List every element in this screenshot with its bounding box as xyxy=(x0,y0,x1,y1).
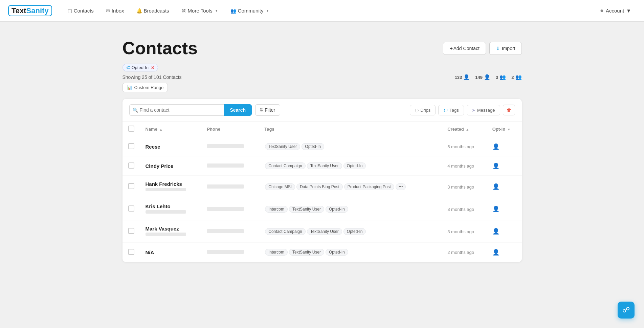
stat-red-count: 3 xyxy=(496,75,498,80)
optin-icon: 👤 xyxy=(492,249,499,256)
message-icon: ➤ xyxy=(472,108,475,113)
stat-gray-icon: 👥 xyxy=(515,74,522,80)
table-row[interactable]: Cindy PriceContact CampaignTextSanity Us… xyxy=(123,156,522,176)
filter-row: 🏷 Opted-In ✖ xyxy=(123,64,522,71)
contact-name: Cindy Price xyxy=(146,163,196,169)
delete-button[interactable]: 🗑 xyxy=(503,105,515,115)
search-button-label: Search xyxy=(230,107,246,113)
tags-button-label: Tags xyxy=(449,108,459,113)
nav-account-label: Account xyxy=(606,8,624,14)
contact-created: 3 months ago xyxy=(447,184,474,190)
page-header: Contacts + Add Contact ⇓ Import xyxy=(123,38,522,58)
table-row[interactable]: ReeseTextSanity UserOpted-In5 months ago… xyxy=(123,137,522,156)
tags-icon: 🏷 xyxy=(443,108,448,113)
nav-more-tools[interactable]: 🛠 More Tools ▼ xyxy=(177,5,223,16)
nav-broadcasts[interactable]: 🔔 Broadcasts xyxy=(132,5,174,16)
stat-green: 133 👤 xyxy=(455,74,470,80)
nav-community-label: Community xyxy=(238,8,264,14)
contacts-nav-icon: ◫ xyxy=(68,8,72,14)
tag-pill: Opted-In xyxy=(326,206,348,213)
logo[interactable]: TextSanity xyxy=(8,6,52,15)
contact-name: Mark Vasquez xyxy=(146,226,196,232)
add-contact-plus-icon: + xyxy=(449,45,452,51)
row-checkbox[interactable] xyxy=(128,228,134,234)
table-row[interactable]: Hank FredricksChicago MSIData Points Blo… xyxy=(123,176,522,198)
optin-icon: 👤 xyxy=(492,144,499,150)
drips-button[interactable]: ◌ Drips xyxy=(410,105,436,115)
row-checkbox[interactable] xyxy=(128,205,134,212)
custom-range-row: 📊 Custom Range xyxy=(123,83,522,92)
stat-gray: 2 👥 xyxy=(511,74,521,80)
tag-pill: Product Packaging Post xyxy=(344,183,394,190)
optin-sort-icon: ▼ xyxy=(507,128,511,131)
tags-button[interactable]: 🏷 Tags xyxy=(438,105,464,115)
select-all-checkbox[interactable] xyxy=(128,126,134,132)
tag-pill: TextSanity User xyxy=(289,249,324,256)
filter-funnel-icon: ⎗ xyxy=(260,107,263,113)
row-checkbox[interactable] xyxy=(128,162,134,169)
inbox-nav-icon: ✉ xyxy=(106,8,110,14)
contact-sub xyxy=(146,210,186,214)
import-button[interactable]: ⇓ Import xyxy=(489,42,522,55)
toolbar-actions: ◌ Drips 🏷 Tags ➤ Message 🗑 xyxy=(410,105,515,115)
col-phone-header[interactable]: Phone xyxy=(201,122,259,137)
nav-contacts-label: Contacts xyxy=(74,8,94,14)
table-row[interactable]: Kris LehtoIntercomTextSanity UserOpted-I… xyxy=(123,198,522,220)
table-row[interactable]: N/AIntercomTextSanity UserOpted-In2 mont… xyxy=(123,243,522,262)
nav-inbox[interactable]: ✉ Inbox xyxy=(101,5,129,16)
col-created-header[interactable]: Created ▲ xyxy=(442,122,487,137)
contact-sub xyxy=(146,233,186,236)
opted-in-badge-close-icon[interactable]: ✖ xyxy=(151,65,154,70)
tag-pill: Opted-In xyxy=(326,249,348,256)
community-nav-icon: 👥 xyxy=(230,8,236,14)
tag-pill: Opted-In xyxy=(343,162,366,169)
row-checkbox[interactable] xyxy=(128,143,134,149)
filter-button[interactable]: ⎗ Filter xyxy=(255,104,280,116)
chat-fab-button[interactable]: ☍ xyxy=(618,302,635,319)
nav-account[interactable]: ● Account ▼ xyxy=(595,4,636,17)
contact-phone xyxy=(207,144,244,148)
account-chevron-icon: ▼ xyxy=(626,8,631,14)
table-row[interactable]: Mark VasquezContact CampaignTextSanity U… xyxy=(123,220,522,243)
search-icon: 🔍 xyxy=(133,108,138,113)
nav-more-tools-label: More Tools xyxy=(188,8,213,14)
more-tools-chevron-icon: ▼ xyxy=(215,9,218,13)
tag-pill: Chicago MSI xyxy=(265,183,295,190)
message-button[interactable]: ➤ Message xyxy=(467,105,500,115)
contact-name: Kris Lehto xyxy=(146,203,196,209)
contact-phone xyxy=(207,207,244,211)
search-button[interactable]: Search xyxy=(224,104,252,116)
message-button-label: Message xyxy=(477,108,495,113)
col-tags-header[interactable]: Tags xyxy=(259,122,442,137)
table-toolbar: 🔍 Search ⎗ Filter ◌ Drips 🏷 Tags xyxy=(123,99,522,122)
nav-community[interactable]: 👥 Community ▼ xyxy=(226,5,274,16)
chat-fab-icon: ☍ xyxy=(622,306,630,314)
row-checkbox[interactable] xyxy=(128,249,134,255)
opted-in-filter-badge[interactable]: 🏷 Opted-In ✖ xyxy=(123,64,158,71)
more-tags-button[interactable]: ••• xyxy=(396,183,406,190)
col-optin-header[interactable]: Opt-In ▼ xyxy=(487,122,522,137)
add-contact-button[interactable]: + Add Contact xyxy=(443,42,486,55)
optin-icon: 👤 xyxy=(492,228,499,235)
nav-inbox-label: Inbox xyxy=(112,8,124,14)
add-contact-label: Add Contact xyxy=(453,46,480,51)
col-select-all[interactable] xyxy=(123,122,140,137)
filter-button-label: Filter xyxy=(265,107,275,113)
col-name-header[interactable]: Name ▲ xyxy=(140,122,202,137)
name-sort-icon: ▲ xyxy=(159,128,163,131)
search-input[interactable] xyxy=(129,104,224,116)
contact-phone xyxy=(207,163,244,168)
opted-in-badge-label: Opted-In xyxy=(132,65,149,70)
nav-broadcasts-label: Broadcasts xyxy=(144,8,169,14)
row-checkbox[interactable] xyxy=(128,183,134,189)
custom-range-button[interactable]: 📊 Custom Range xyxy=(123,83,168,92)
tag-pill: Opted-In xyxy=(302,143,324,150)
contact-name: Hank Fredricks xyxy=(146,181,196,187)
optin-icon: 👤 xyxy=(492,206,499,212)
drips-icon: ◌ xyxy=(415,108,419,113)
nav-contacts[interactable]: ◫ Contacts xyxy=(63,5,98,16)
tag-pill: TextSanity User xyxy=(265,143,300,150)
navbar: TextSanity ◫ Contacts ✉ Inbox 🔔 Broadcas… xyxy=(0,0,644,22)
opted-in-badge-icon: 🏷 xyxy=(126,65,130,70)
optin-icon: 👤 xyxy=(492,183,499,190)
